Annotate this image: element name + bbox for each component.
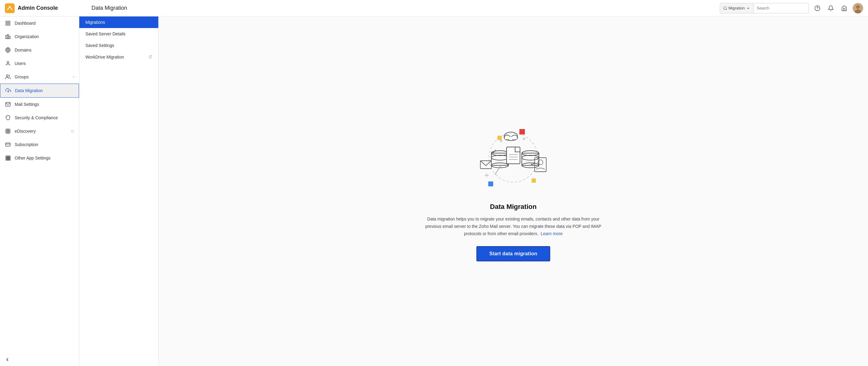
learn-more-link[interactable]: Learn more <box>541 231 563 236</box>
sidebar-label-subscription: Subscription <box>14 142 74 147</box>
sidebar-item-groups[interactable]: Groups › <box>0 70 79 84</box>
notifications-button[interactable] <box>826 3 836 13</box>
ediscovery-icon <box>5 128 11 134</box>
svg-line-38 <box>150 55 152 57</box>
security-icon <box>5 115 11 121</box>
collapse-icon <box>5 357 10 362</box>
sidebar: Dashboard Organization Domains <box>0 17 79 366</box>
svg-rect-9 <box>6 21 7 23</box>
svg-rect-48 <box>506 147 520 164</box>
migration-illustration <box>471 121 556 194</box>
app-title: Admin Console <box>18 5 58 11</box>
content-inner: Data Migration Data migration helps you … <box>416 109 611 273</box>
svg-rect-15 <box>9 36 10 39</box>
svg-point-7 <box>856 5 860 9</box>
search-icon <box>723 6 727 10</box>
svg-point-60 <box>523 138 525 140</box>
sidebar-item-domains[interactable]: Domains <box>0 43 79 57</box>
svg-point-2 <box>723 6 726 9</box>
help-icon <box>814 5 820 11</box>
home-icon <box>841 5 847 11</box>
sub-nav-item-saved-server-details[interactable]: Saved Server Details <box>79 28 158 40</box>
header-left: Admin Console <box>5 3 84 13</box>
svg-rect-26 <box>6 143 10 146</box>
sidebar-item-ediscovery[interactable]: eDiscovery ⬡ <box>0 124 79 138</box>
sidebar-label-dashboard: Dashboard <box>14 21 74 26</box>
search-scope-dropdown[interactable]: Migration <box>720 3 754 13</box>
svg-rect-36 <box>9 159 10 160</box>
svg-rect-30 <box>9 156 10 157</box>
svg-rect-10 <box>8 21 10 23</box>
external-link-icon: ⬡ <box>71 129 74 133</box>
header-right: Migration <box>720 3 863 13</box>
sidebar-label-organization: Organization <box>14 34 74 39</box>
chevron-down-icon <box>746 6 750 10</box>
sidebar-label-groups: Groups <box>14 74 69 79</box>
sidebar-label-data-migration: Data Migration <box>15 88 74 93</box>
svg-rect-11 <box>8 24 10 25</box>
svg-rect-34 <box>6 159 7 160</box>
sub-nav-label-migrations: Migrations <box>85 20 105 25</box>
svg-rect-28 <box>6 156 7 157</box>
sidebar-item-dashboard[interactable]: Dashboard <box>0 17 79 30</box>
svg-rect-63 <box>488 181 493 186</box>
svg-rect-35 <box>8 159 9 160</box>
sub-nav-label-saved-settings: Saved Settings <box>85 43 114 48</box>
svg-point-1 <box>9 6 10 7</box>
sub-nav-label-saved-server-details: Saved Server Details <box>85 31 126 36</box>
mail-icon <box>5 101 11 108</box>
sidebar-item-data-migration[interactable]: Data Migration <box>0 84 79 98</box>
main-container: Dashboard Organization Domains <box>0 17 868 366</box>
dashboard-icon <box>5 20 11 26</box>
svg-rect-43 <box>505 137 517 140</box>
svg-rect-32 <box>8 158 9 159</box>
users-icon <box>5 60 11 66</box>
start-migration-button[interactable]: Start data migration <box>476 246 550 262</box>
sidebar-item-subscription[interactable]: Subscription <box>0 138 79 151</box>
sidebar-item-security-compliance[interactable]: Security & Compliance <box>0 111 79 124</box>
svg-point-59 <box>500 140 502 142</box>
svg-rect-21 <box>6 129 10 133</box>
sidebar-item-mail-settings[interactable]: Mail Settings <box>0 98 79 111</box>
content-area: Data Migration Data migration helps you … <box>159 17 868 366</box>
home-button[interactable] <box>839 3 849 13</box>
svg-rect-0 <box>5 3 14 13</box>
search-area[interactable]: Migration <box>720 3 809 13</box>
sidebar-label-security-compliance: Security & Compliance <box>14 115 74 120</box>
svg-point-19 <box>6 75 8 77</box>
page-title: Data Migration <box>84 5 720 11</box>
subscription-icon <box>5 142 11 148</box>
help-button[interactable] <box>812 3 822 13</box>
sidebar-label-users: Users <box>14 61 74 66</box>
sidebar-label-domains: Domains <box>14 48 74 53</box>
sidebar-label-ediscovery: eDiscovery <box>14 129 67 133</box>
content-description: Data migration helps you to migrate your… <box>422 216 605 237</box>
svg-rect-61 <box>497 136 502 140</box>
sub-nav-label-workdrive-migration: WorkDrive Migration <box>85 55 124 59</box>
svg-rect-13 <box>6 35 7 39</box>
sidebar-collapse-button[interactable] <box>0 353 79 366</box>
app-logo-icon <box>5 3 14 13</box>
sub-nav-item-workdrive-migration[interactable]: WorkDrive Migration <box>79 51 158 63</box>
svg-rect-12 <box>6 24 7 25</box>
sub-nav-item-saved-settings[interactable]: Saved Settings <box>79 40 158 51</box>
sub-nav-item-migrations[interactable]: Migrations <box>79 17 158 28</box>
header: Admin Console Data Migration Migration <box>0 0 868 17</box>
sidebar-item-organization[interactable]: Organization <box>0 30 79 43</box>
svg-rect-64 <box>532 178 536 183</box>
sidebar-item-other-app-settings[interactable]: Other App Settings <box>0 151 79 165</box>
search-input[interactable] <box>754 6 808 10</box>
domains-icon <box>5 47 11 53</box>
apps-icon <box>5 155 11 161</box>
svg-rect-31 <box>6 158 7 159</box>
svg-rect-33 <box>9 158 10 159</box>
svg-line-3 <box>726 9 727 10</box>
sidebar-item-users[interactable]: Users <box>0 57 79 70</box>
avatar[interactable] <box>853 3 863 13</box>
migration-icon <box>5 88 11 94</box>
organization-icon <box>5 34 11 40</box>
bell-icon <box>828 5 834 11</box>
sidebar-label-mail-settings: Mail Settings <box>14 102 74 107</box>
svg-point-18 <box>7 61 9 63</box>
svg-point-47 <box>491 155 508 160</box>
